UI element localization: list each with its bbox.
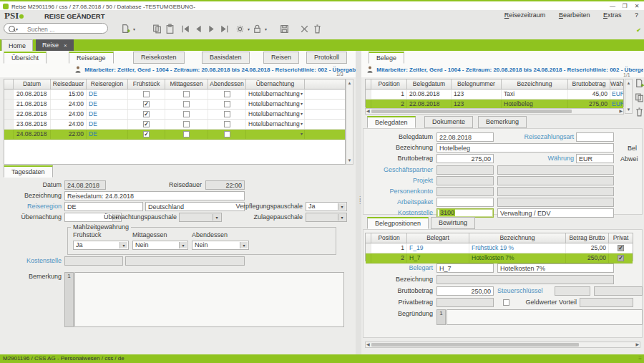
go-next-icon[interactable] (206, 24, 217, 34)
begruendung-textarea[interactable] (447, 309, 643, 325)
col-mittagessen[interactable]: Mittagessen (165, 79, 208, 89)
abendessen-checkbox[interactable] (224, 111, 230, 117)
col-position[interactable]: Position (371, 79, 407, 89)
fruehstueck-checkbox[interactable] (143, 91, 150, 97)
mittagessen-checkbox[interactable] (183, 131, 190, 137)
mittagessen-checkbox[interactable] (183, 111, 190, 117)
geschaeftspartner-label[interactable]: Geschäftspartner (365, 165, 433, 175)
table-row[interactable]: 20.08.2018 15:00 DE ▾Hotelübernachtung (4, 89, 345, 100)
steuerschluessel-label[interactable]: Steuerschlüssel (497, 286, 553, 296)
panel-splitter[interactable]: ⋮⋮ (356, 51, 361, 354)
scroll-up-icon[interactable]: ▲ (346, 81, 353, 85)
subtab-reisekosten[interactable]: Reisekosten (133, 52, 185, 64)
new-record-dropdown-icon[interactable]: ▾ (133, 26, 135, 32)
abendessen-checkbox[interactable] (224, 131, 230, 137)
privat-checkbox[interactable] (618, 255, 624, 261)
maximize-button[interactable]: ❐ (619, 2, 630, 10)
subtab-belegpositionen[interactable]: Belegpositionen (367, 217, 429, 229)
col-belegart[interactable]: Belegart (407, 233, 469, 243)
table-row[interactable]: 22.08.2018 24:00 DE ▾Hotelübernachtung (4, 110, 345, 120)
close-button[interactable]: ✕ (631, 2, 643, 10)
settings-dropdown-icon[interactable]: ▾ (248, 26, 250, 32)
tab-close-icon[interactable]: × (64, 42, 67, 49)
subtab-protokoll[interactable]: Protokoll (306, 52, 347, 64)
scroll-right-icon[interactable]: ▶ (635, 342, 639, 347)
privat-checkbox[interactable] (618, 245, 624, 251)
steuerschluessel-name-field[interactable] (594, 286, 643, 296)
reiseregion-code-field[interactable] (64, 202, 143, 211)
subtab-tagesdaten[interactable]: Tagesdaten (4, 165, 53, 178)
geschaeftspartner-name-field[interactable] (497, 165, 614, 175)
table-row[interactable]: 23.08.2018 24:00 DE ▾Hotelübernachtung (4, 120, 345, 130)
subtab-bewirtung[interactable]: Bewirtung (431, 217, 475, 229)
col-reiseregion[interactable]: Reiseregion (87, 79, 128, 89)
bezeichnung-field[interactable] (436, 275, 614, 284)
uebernachtung-dropdown[interactable]: ▾ (246, 130, 305, 139)
arbeitspaket-code-field[interactable] (436, 198, 494, 207)
table-row-selected[interactable]: 24.08.2018 22:00 DE ▾ (4, 130, 345, 140)
subtab-bemerkung[interactable]: Bemerkung (478, 116, 527, 128)
col-abendessen[interactable]: Abendessen (208, 79, 246, 89)
abendessen-checkbox[interactable] (224, 91, 230, 97)
search-box[interactable]: ▾ (4, 23, 108, 34)
subtab-dokumente[interactable]: Dokumente (424, 116, 473, 128)
projekt-code-field[interactable] (436, 176, 494, 185)
subtab-reisetage[interactable]: Reisetage (69, 52, 114, 64)
datum-field[interactable] (64, 180, 106, 190)
waehrung-label[interactable]: Währung (501, 154, 574, 163)
trash-icon[interactable] (312, 24, 323, 34)
arbeitspaket-label[interactable]: Arbeitspaket (365, 198, 433, 207)
mittagessen-checkbox[interactable] (183, 121, 190, 127)
tab-belege[interactable]: Belege (369, 52, 404, 64)
col-datum[interactable]: Datum (14, 79, 51, 89)
bezeichnung-field[interactable] (64, 191, 245, 200)
col-bezeichnung[interactable]: Bezeichnung (469, 233, 566, 243)
table-row[interactable]: 1 20.08.2018 123 Taxi 45,00 EUR (366, 89, 623, 100)
fruehstueck-dropdown[interactable]: Ja▾ (73, 241, 129, 250)
col-reisedauer[interactable]: Reisedauer (51, 79, 87, 89)
arbeitspaket-name-field[interactable] (497, 198, 614, 207)
uebernachtung-dropdown[interactable]: ▾Hotelübernachtung (246, 89, 305, 99)
fruehstueck-checkbox[interactable] (143, 131, 150, 137)
search-input[interactable] (26, 24, 106, 34)
minimize-button[interactable]: — (607, 2, 618, 10)
scroll-down-icon[interactable]: ▼ (346, 158, 353, 163)
tab-reise[interactable]: Reise× (36, 39, 74, 51)
col-bezeichnung[interactable]: Bezeichnung (502, 79, 568, 89)
subtab-belegdaten[interactable]: Belegdaten (367, 116, 416, 128)
go-first-icon[interactable] (180, 24, 191, 34)
menu-extras[interactable]: Extras (603, 11, 622, 19)
belegart-label[interactable]: Belegart (365, 263, 433, 273)
table-row[interactable]: 21.08.2018 24:00 DE ▾Hotelübernachtung (4, 100, 345, 110)
go-previous-icon[interactable] (193, 24, 204, 34)
personenkonto-label[interactable]: Personenkonto (365, 187, 433, 196)
col-uebernachtung[interactable]: Übernachtung (246, 79, 305, 89)
belegart-name-field[interactable] (497, 263, 614, 273)
bruttobetrag-field[interactable] (436, 154, 494, 163)
bemerkung-textarea[interactable] (74, 272, 344, 327)
vertical-scrollbar[interactable]: ▲ ▼ (346, 79, 353, 165)
menu-bearbeiten[interactable]: Bearbeiten (559, 11, 590, 19)
col-belegnummer[interactable]: Belegnummer (452, 79, 502, 89)
menu-help[interactable]: ? (635, 11, 638, 19)
reiseregion-label[interactable]: Reiseregion (0, 202, 62, 211)
copy-icon[interactable] (152, 24, 162, 34)
scroll-right-icon[interactable]: ▶ (619, 109, 623, 114)
abendessen-dropdown[interactable]: Nein▾ (192, 241, 249, 250)
waehrung-field[interactable] (576, 154, 614, 163)
save-icon[interactable] (279, 24, 290, 34)
col-belegdatum[interactable]: Belegdatum (407, 79, 452, 89)
fruehstueck-checkbox[interactable] (143, 101, 150, 107)
kostenstelle-name-field[interactable] (497, 208, 614, 218)
subtab-reisen[interactable]: Reisen (263, 52, 299, 64)
subtab-basisdaten[interactable]: Basisdaten (202, 52, 250, 64)
privat-checkbox[interactable] (503, 299, 509, 306)
col-privat[interactable]: Privat (609, 233, 633, 243)
projekt-label[interactable]: Projekt (365, 176, 433, 185)
col-betrag-brutto[interactable]: Betrag Brutto (566, 233, 609, 243)
belegdatum-field[interactable] (436, 132, 494, 142)
abendessen-checkbox[interactable] (224, 121, 230, 127)
uebernachtung-dropdown[interactable]: ▾Hotelübernachtung (246, 100, 305, 109)
search-dropdown-icon[interactable]: ▾ (16, 26, 18, 32)
scroll-left-icon[interactable]: ◀ (366, 342, 370, 347)
